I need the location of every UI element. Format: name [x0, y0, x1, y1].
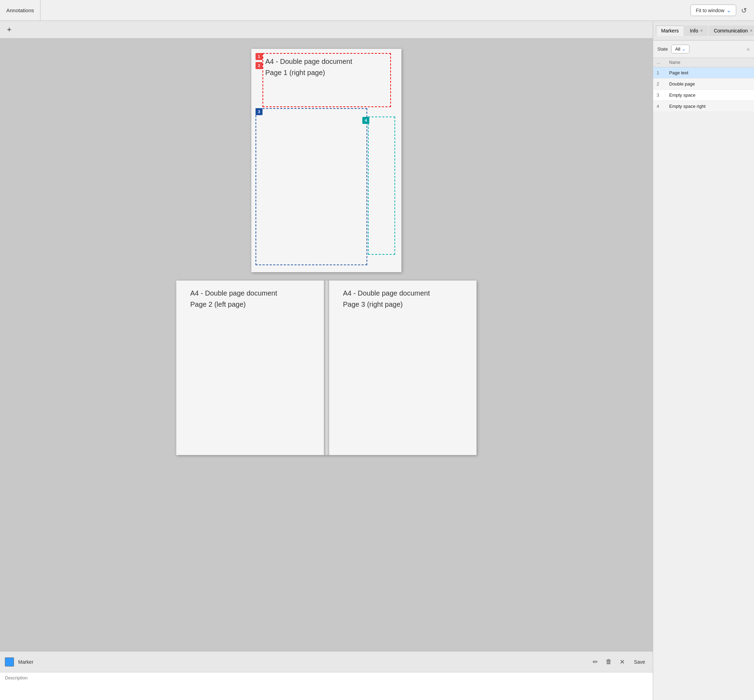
state-select[interactable]: All ⌄ — [671, 45, 689, 53]
refresh-icon: ↺ — [741, 7, 747, 14]
close-button[interactable]: ✕ — [618, 657, 626, 667]
marker-name: Empty space right — [669, 104, 751, 109]
pencil-button[interactable]: ✏ — [591, 657, 599, 667]
markers-header: ... Name — [653, 58, 754, 67]
state-value: All — [675, 47, 680, 52]
annotations-tab[interactable]: Annotations — [0, 0, 41, 20]
tab-markers-label: Markers — [661, 28, 679, 33]
marker-num: 2 — [657, 81, 666, 86]
marker-num: 4 — [657, 104, 666, 109]
page-3-text: A4 - Double page document Page 3 (right … — [343, 288, 430, 310]
delete-button[interactable]: 🗑 — [604, 657, 613, 667]
page-2-text: A4 - Double page document Page 2 (left p… — [190, 288, 277, 310]
marker-num: 1 — [657, 70, 666, 75]
tab-communication-close-icon[interactable]: × — [750, 28, 752, 33]
description-input[interactable] — [5, 675, 648, 680]
state-chevron-icon: ⌄ — [682, 47, 685, 52]
marker-row[interactable]: 4 Empty space right — [653, 101, 754, 112]
fit-window-button[interactable]: Fit to window ⌄ — [690, 5, 736, 16]
add-icon: + — [7, 25, 11, 34]
annotation-box-3 — [255, 108, 367, 265]
page-spread-wrapper: A4 - Double page document Page 2 (left p… — [176, 281, 477, 455]
tab-info[interactable]: Info × — [685, 25, 708, 36]
tab-info-label: Info — [690, 28, 698, 33]
page-2-text-line2: Page 2 (left page) — [190, 299, 277, 310]
bottom-toolbar: Marker ✏ 🗑 ✕ Save — [0, 651, 653, 672]
page-2: A4 - Double page document Page 2 (left p… — [176, 281, 324, 455]
page-1-text: A4 - Double page document Page 1 (right … — [265, 56, 352, 78]
badge-2: 2 — [255, 62, 263, 69]
marker-label: Marker — [18, 659, 587, 665]
badge-4: 4 — [362, 117, 369, 124]
page-3-text-line1: A4 - Double page document — [343, 288, 430, 299]
tab-communication-label: Communication — [714, 28, 748, 33]
save-button[interactable]: Save — [631, 658, 648, 666]
marker-row[interactable]: 1 Page text — [653, 67, 754, 78]
add-annotation-button[interactable]: + — [4, 24, 14, 35]
annotations-label: Annotations — [6, 7, 34, 13]
page-3-text-line2: Page 3 (right page) — [343, 299, 430, 310]
page-1-text-line1: A4 - Double page document — [265, 56, 352, 67]
state-row: State All ⌄ » — [653, 41, 754, 58]
page-spine — [324, 281, 329, 455]
close-icon: ✕ — [619, 658, 625, 666]
chevron-down-icon: ⌄ — [726, 7, 731, 14]
annotation-box-4 — [368, 117, 395, 255]
col-name-header: Name — [669, 60, 751, 65]
trash-icon: 🗑 — [605, 658, 612, 665]
marker-name: Double page — [669, 81, 751, 86]
panel-expand-button[interactable]: » — [747, 46, 750, 52]
page-3: A4 - Double page document Page 3 (right … — [329, 281, 477, 455]
page-1-text-line2: Page 1 (right page) — [265, 67, 352, 78]
markers-table: ... Name 1 Page text 2 Double page 3 Emp… — [653, 58, 754, 700]
marker-name: Empty space — [669, 92, 751, 98]
marker-color-swatch[interactable] — [5, 658, 14, 667]
tab-info-close-icon[interactable]: × — [700, 28, 703, 33]
state-label: State — [657, 47, 668, 52]
badge-3: 3 — [255, 108, 263, 115]
marker-row[interactable]: 3 Empty space — [653, 90, 754, 101]
col-dots: ... — [657, 60, 666, 65]
right-tabs: Markers Info × Communication × » — [653, 21, 754, 41]
tab-communication[interactable]: Communication × — [709, 25, 754, 36]
badge-1: 1 — [255, 53, 263, 60]
fit-window-label: Fit to window — [696, 8, 724, 13]
description-area — [0, 672, 653, 700]
tab-markers[interactable]: Markers — [656, 25, 684, 36]
marker-num: 3 — [657, 92, 666, 98]
refresh-button[interactable]: ↺ — [740, 5, 748, 16]
marker-name: Page text — [669, 70, 751, 75]
pencil-icon: ✏ — [593, 658, 598, 666]
canvas-area: 1 2 3 4 A4 - Double page document Page 1… — [0, 38, 653, 651]
page-2-text-line1: A4 - Double page document — [190, 288, 277, 299]
page-1-wrapper: 1 2 3 4 A4 - Double page document Page 1… — [251, 49, 401, 272]
marker-row[interactable]: 2 Double page — [653, 78, 754, 90]
